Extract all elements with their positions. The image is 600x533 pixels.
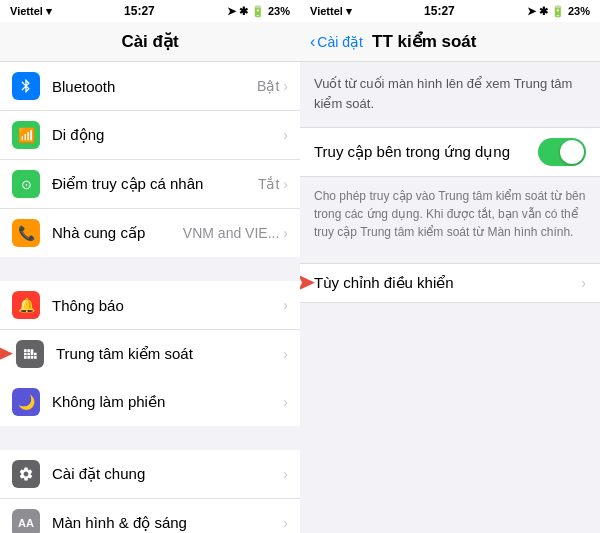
right-phone-panel: Viettel ▾ 15:27 ➤ ✱ 🔋 23% ‹ Cài đặt TT k… <box>300 0 600 533</box>
customize-chevron: › <box>581 275 586 291</box>
intro-text: Vuốt từ cuối màn hình lên để xem Trung t… <box>314 74 586 113</box>
right-back-chevron: ‹ <box>310 33 315 51</box>
dnd-icon: 🌙 <box>12 388 40 416</box>
display-item[interactable]: AA Màn hình & độ sáng › <box>0 499 300 533</box>
hotspot-icon: ⊙ <box>12 170 40 198</box>
right-status-bar: Viettel ▾ 15:27 ➤ ✱ 🔋 23% <box>300 0 600 22</box>
intro-section: Vuốt từ cuối màn hình lên để xem Trung t… <box>300 62 600 113</box>
customize-wrapper: ➤ Tùy chỉnh điều khiển › <box>300 263 600 303</box>
control-center-chevron: › <box>283 346 288 362</box>
right-red-arrow: ➤ <box>300 270 314 296</box>
toggle-row[interactable]: Truy cập bên trong ứng dụng <box>300 127 600 177</box>
bluetooth-label: Bluetooth <box>52 78 257 95</box>
right-body: Vuốt từ cuối màn hình lên để xem Trung t… <box>300 62 600 533</box>
bluetooth-icon <box>12 72 40 100</box>
control-center-wrapper: ➤ Trung tâm kiểm soát › <box>0 330 300 378</box>
provider-value: VNM and VIE... <box>183 225 279 241</box>
description-section: Cho phép truy cập vào Trung tâm kiểm soá… <box>300 177 600 255</box>
hotspot-item[interactable]: ⊙ Điểm truy cập cá nhân Tắt › <box>0 160 300 209</box>
dnd-item[interactable]: 🌙 Không làm phiền › <box>0 378 300 426</box>
left-bluetooth-status-icon: ✱ <box>239 5 248 18</box>
dnd-label: Không làm phiền <box>52 393 283 411</box>
left-red-arrow: ➤ <box>0 341 12 367</box>
toggle-wrapper: Truy cập bên trong ứng dụng <box>300 127 600 177</box>
dnd-chevron: › <box>283 394 288 410</box>
right-battery-pct: 23% <box>568 5 590 17</box>
display-label: Màn hình & độ sáng <box>52 514 283 532</box>
left-nav-title: Cài đặt <box>121 31 178 52</box>
left-phone-panel: Viettel ▾ 15:27 ➤ ✱ 🔋 23% Cài đặt Blueto <box>0 0 300 533</box>
toggle-knob <box>560 140 584 164</box>
left-time: 15:27 <box>124 4 155 18</box>
left-carrier: Viettel <box>10 5 43 17</box>
general-icon <box>12 460 40 488</box>
left-section-general: Cài đặt chung › AA Màn hình & độ sáng › <box>0 450 300 533</box>
left-status-left: Viettel ▾ <box>10 5 52 18</box>
right-nav-back-button[interactable]: ‹ Cài đặt <box>310 33 363 51</box>
mobile-item[interactable]: 📶 Di động › <box>0 111 300 160</box>
left-nav-bar: Cài đặt <box>0 22 300 62</box>
left-settings-list: Bluetooth Bật › 📶 Di động › ⊙ Điểm truy … <box>0 62 300 533</box>
description-text: Cho phép truy cập vào Trung tâm kiểm soá… <box>314 187 586 241</box>
provider-chevron: › <box>283 225 288 241</box>
provider-item[interactable]: 📞 Nhà cung cấp VNM and VIE... › <box>0 209 300 257</box>
control-center-icon <box>16 340 44 368</box>
left-wifi-icon: ▾ <box>46 5 52 18</box>
right-time: 15:27 <box>424 4 455 18</box>
right-nav-bar: ‹ Cài đặt TT kiểm soát <box>300 22 600 62</box>
left-battery-pct: 23% <box>268 5 290 17</box>
mobile-chevron: › <box>283 127 288 143</box>
provider-icon: 📞 <box>12 219 40 247</box>
control-center-label: Trung tâm kiểm soát <box>56 345 283 363</box>
right-carrier: Viettel <box>310 5 343 17</box>
left-status-bar: Viettel ▾ 15:27 ➤ ✱ 🔋 23% <box>0 0 300 22</box>
toggle-switch[interactable] <box>538 138 586 166</box>
right-nav-title: TT kiểm soát <box>372 31 476 52</box>
hotspot-value: Tắt <box>258 176 279 192</box>
customize-item[interactable]: Tùy chỉnh điều khiển › <box>300 263 600 303</box>
mobile-label: Di động <box>52 126 283 144</box>
left-location-icon: ➤ <box>227 5 236 18</box>
right-battery-icon: 🔋 <box>551 5 565 18</box>
left-section-system: 🔔 Thông báo › ➤ Trung tâm kiểm soát › <box>0 281 300 426</box>
display-chevron: › <box>283 515 288 531</box>
general-chevron: › <box>283 466 288 482</box>
bluetooth-chevron: › <box>283 78 288 94</box>
notifications-icon: 🔔 <box>12 291 40 319</box>
left-section-connectivity: Bluetooth Bật › 📶 Di động › ⊙ Điểm truy … <box>0 62 300 257</box>
provider-label: Nhà cung cấp <box>52 224 183 242</box>
display-icon: AA <box>12 509 40 533</box>
hotspot-label: Điểm truy cập cá nhân <box>52 175 258 193</box>
right-bluetooth-icon: ✱ <box>539 5 548 18</box>
mobile-icon: 📶 <box>12 121 40 149</box>
right-status-right: ➤ ✱ 🔋 23% <box>527 5 590 18</box>
general-label: Cài đặt chung <box>52 465 283 483</box>
left-status-right: ➤ ✱ 🔋 23% <box>227 5 290 18</box>
bluetooth-value: Bật <box>257 78 279 94</box>
left-battery-icon: 🔋 <box>251 5 265 18</box>
notifications-label: Thông báo <box>52 297 283 314</box>
control-center-item[interactable]: Trung tâm kiểm soát › <box>0 330 300 378</box>
right-status-left: Viettel ▾ <box>310 5 352 18</box>
notifications-chevron: › <box>283 297 288 313</box>
right-location-icon: ➤ <box>527 5 536 18</box>
right-nav-back-label: Cài đặt <box>317 34 363 50</box>
customize-label: Tùy chỉnh điều khiển <box>314 274 581 292</box>
notifications-item[interactable]: 🔔 Thông báo › <box>0 281 300 330</box>
toggle-label: Truy cập bên trong ứng dụng <box>314 143 538 161</box>
general-item[interactable]: Cài đặt chung › <box>0 450 300 499</box>
bluetooth-item[interactable]: Bluetooth Bật › <box>0 62 300 111</box>
right-wifi-icon: ▾ <box>346 5 352 18</box>
hotspot-chevron: › <box>283 176 288 192</box>
